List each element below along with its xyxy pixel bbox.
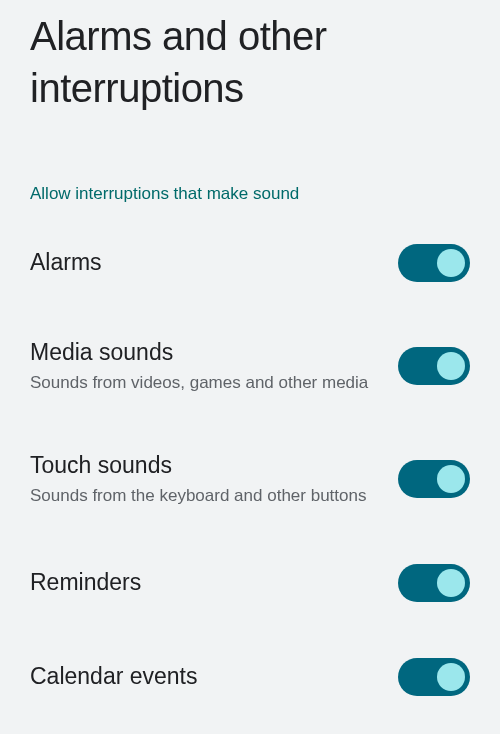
page-title: Alarms and other interruptions <box>30 10 470 114</box>
toggle-media[interactable] <box>398 347 470 385</box>
toggle-touch[interactable] <box>398 460 470 498</box>
toggle-alarms[interactable] <box>398 244 470 282</box>
toggle-calendar[interactable] <box>398 658 470 696</box>
setting-row-reminders[interactable]: Reminders <box>30 564 470 602</box>
setting-row-calendar[interactable]: Calendar events <box>30 658 470 696</box>
setting-title-alarms: Alarms <box>30 248 378 278</box>
setting-text: Touch sounds Sounds from the keyboard an… <box>30 451 398 508</box>
setting-row-touch[interactable]: Touch sounds Sounds from the keyboard an… <box>30 451 470 508</box>
toggle-reminders[interactable] <box>398 564 470 602</box>
section-header: Allow interruptions that make sound <box>30 184 470 204</box>
setting-row-alarms[interactable]: Alarms <box>30 244 470 282</box>
setting-row-media[interactable]: Media sounds Sounds from videos, games a… <box>30 338 470 395</box>
setting-subtitle-media: Sounds from videos, games and other medi… <box>30 372 378 395</box>
setting-text: Media sounds Sounds from videos, games a… <box>30 338 398 395</box>
setting-text: Reminders <box>30 568 398 598</box>
setting-text: Alarms <box>30 248 398 278</box>
setting-title-calendar: Calendar events <box>30 662 378 692</box>
setting-title-media: Media sounds <box>30 338 378 368</box>
setting-title-touch: Touch sounds <box>30 451 378 481</box>
setting-subtitle-touch: Sounds from the keyboard and other butto… <box>30 485 378 508</box>
setting-title-reminders: Reminders <box>30 568 378 598</box>
setting-text: Calendar events <box>30 662 398 692</box>
